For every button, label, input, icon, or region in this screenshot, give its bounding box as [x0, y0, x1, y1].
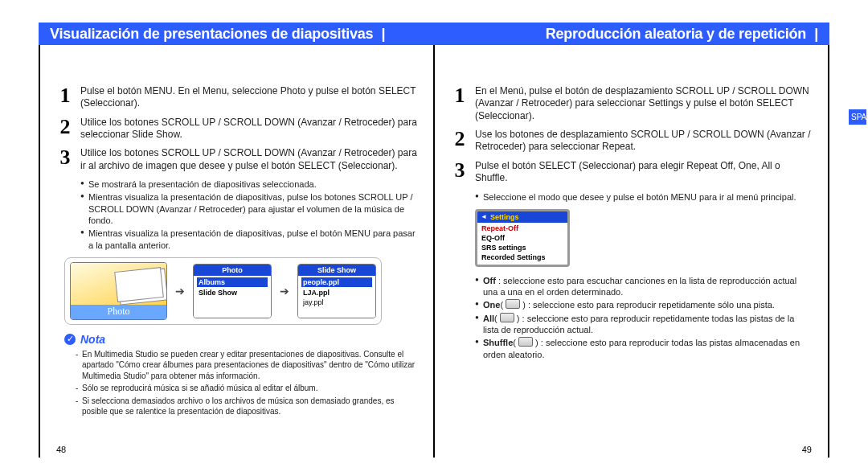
mode-all: All( ) : seleccione esto para reproducir… [475, 313, 812, 336]
repeat-one-icon [506, 299, 520, 309]
screen-photo-home: Photo [70, 262, 167, 320]
screen-photo-menu: Photo Albums Slide Show [193, 264, 272, 318]
heading-sep-left: | [373, 26, 385, 43]
left-step-2: Utilice los botones SCROLL UP / SCROLL D… [56, 117, 417, 142]
screen-title: Settings [477, 211, 567, 223]
note-icon: ✓ [64, 334, 76, 345]
left-heading: Visualización de presentaciones de diapo… [50, 26, 373, 43]
right-substep: Seleccione el modo que desee y pulse el … [475, 191, 812, 203]
heading-sep-right: | [806, 26, 818, 43]
note-item: Sólo se reproducirá música si se añadió … [76, 383, 417, 394]
screen-settings: Settings Repeat-Off EQ-Off SRS settings … [475, 209, 570, 267]
menu-item: Recorded Settings [479, 252, 566, 262]
screen-photo-label: Photo [71, 305, 166, 319]
screen-title: Slide Show [298, 265, 375, 276]
note-item: Si selecciona demasiados archivo o los a… [76, 396, 417, 417]
page-number-right: 49 [802, 445, 812, 454]
left-step-1: Pulse el botón MENU. En el Menu, selecci… [56, 85, 417, 110]
mode-one: One( ) : seleccione esto para reproducir… [475, 299, 812, 310]
lang-tab: SPA [849, 109, 866, 125]
menu-item: jay.ppl [301, 298, 372, 307]
note-item: En Multimedia Studio se pueden crear y e… [76, 349, 417, 382]
mode-shuffle: Shuffle( ) : seleccione esto para reprod… [475, 337, 812, 360]
note-title: Nota [80, 333, 105, 346]
device-screens-row: Photo ➔ Photo Albums Slide Show ➔ Slide … [64, 257, 382, 325]
left-step-3: Utilice los botones SCROLL UP / SCROLL D… [56, 147, 417, 172]
left-bullet: Se mostrará la presentación de diapositi… [80, 179, 417, 190]
menu-item: SRS settings [479, 243, 566, 252]
page-number-left: 48 [56, 445, 66, 454]
arrow-icon: ➔ [175, 285, 185, 298]
arrow-icon: ➔ [280, 285, 289, 298]
menu-item: Slide Show [197, 288, 268, 298]
right-heading: Reproducción aleatoria y de repetición [546, 26, 807, 43]
menu-item: EQ-Off [479, 233, 566, 243]
screen-slideshow-menu: Slide Show people.ppl LJA.ppl jay.ppl [297, 264, 376, 318]
left-bullet: Mientras visualiza la presentación de di… [80, 191, 417, 226]
menu-item: LJA.ppl [301, 288, 372, 298]
screen-title: Photo [194, 265, 271, 276]
left-bullet: Mientras visualiza la presentación de di… [80, 228, 417, 251]
right-step-1: En el Menú, pulse el botón de desplazami… [451, 85, 812, 122]
repeat-all-icon [500, 313, 514, 322]
right-step-3: Pulse el botón SELECT (Seleccionar) para… [451, 160, 812, 185]
menu-item: Albums [197, 277, 268, 287]
menu-item: people.ppl [301, 277, 372, 287]
mode-off: Off : seleccione esto para escuchar canc… [475, 275, 812, 298]
shuffle-icon [518, 337, 533, 347]
right-step-2: Use los botones de desplazamiento SCROLL… [451, 129, 812, 154]
menu-item-repeat: Repeat-Off [479, 224, 566, 233]
